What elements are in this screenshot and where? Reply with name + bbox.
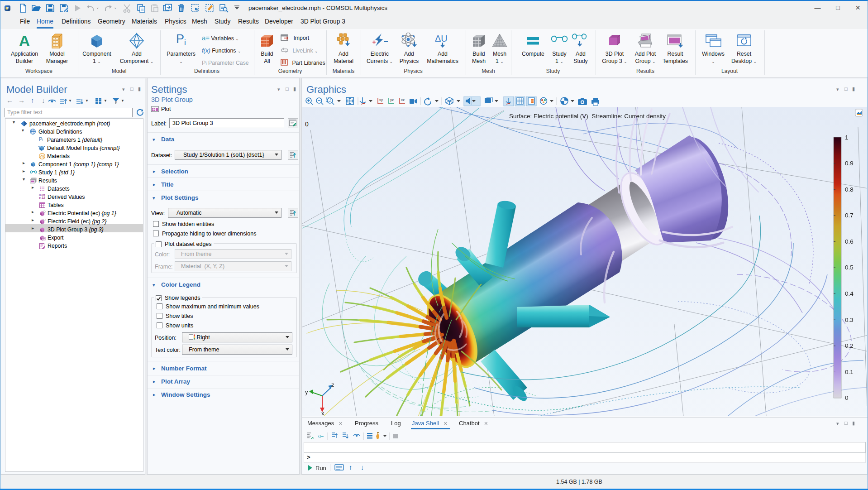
svg-text:0.4: 0.4 bbox=[845, 290, 854, 297]
svg-text:xz: xz bbox=[401, 98, 405, 102]
svg-text:0.1: 0.1 bbox=[845, 369, 854, 375]
svg-text:xy: xy bbox=[379, 98, 383, 102]
svg-text:0.7: 0.7 bbox=[845, 212, 854, 219]
svg-text:1: 1 bbox=[845, 134, 849, 141]
svg-text:0.6: 0.6 bbox=[845, 238, 854, 245]
svg-text:a=: a= bbox=[318, 433, 324, 438]
svg-text:z: z bbox=[331, 381, 334, 388]
svg-text:0.8: 0.8 bbox=[845, 186, 854, 193]
svg-text:0.5: 0.5 bbox=[845, 264, 854, 271]
svg-text:0.3: 0.3 bbox=[845, 317, 854, 323]
svg-text:0.2: 0.2 bbox=[845, 342, 854, 349]
svg-text:x: x bbox=[321, 410, 324, 416]
svg-text:0.9: 0.9 bbox=[845, 160, 854, 167]
svg-text:ΔU: ΔU bbox=[435, 34, 448, 43]
svg-text:0: 0 bbox=[845, 394, 849, 401]
svg-text:0: 0 bbox=[305, 120, 309, 128]
svg-text:Surface: Electric potential (V: Surface: Electric potential (V) Streamli… bbox=[509, 113, 666, 120]
svg-text:y: y bbox=[305, 389, 308, 395]
svg-text:yz: yz bbox=[390, 98, 394, 102]
